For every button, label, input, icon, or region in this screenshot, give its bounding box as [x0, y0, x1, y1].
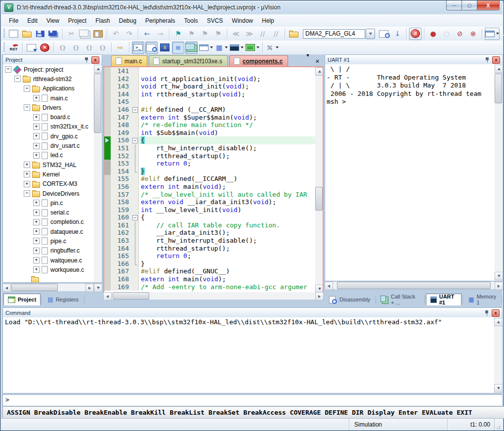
tree-item-workqueue-c[interactable]: +workqueue.c [3, 265, 94, 274]
reset-cpu-button[interactable]: RST [7, 42, 20, 54]
expand-icon[interactable]: + [33, 228, 40, 235]
command-input[interactable]: > [2, 394, 503, 406]
fold-collapse-icon[interactable] [132, 214, 139, 221]
watch-window-dropdown[interactable] [199, 42, 213, 54]
kill-all-breakpoints-button[interactable]: ⊗ [467, 28, 479, 40]
menu-tools[interactable]: Tools [180, 15, 203, 26]
pin-icon[interactable] [84, 57, 89, 63]
code-line-146[interactable]: 146#if defined (__CC_ARM) [104, 106, 315, 114]
fold-collapse-icon[interactable] [132, 106, 139, 114]
document-tab-main-c[interactable]: main.c [111, 55, 147, 66]
tab-project[interactable]: Project [3, 294, 41, 305]
tab-list-dropdown-icon[interactable] [306, 57, 309, 66]
prev-bookmark-button[interactable]: ⚑ [185, 28, 198, 40]
tree-item[interactable] [3, 275, 94, 282]
scroll-right-icon[interactable] [85, 284, 94, 292]
uncomment-button[interactable]: // [270, 28, 282, 40]
code-line-148[interactable]: 148/* re-define main function */ [104, 121, 315, 129]
tree-item-serial-c[interactable]: +serial.c [3, 208, 94, 217]
cut-button[interactable]: ✂ [65, 28, 78, 40]
undo-button[interactable]: ↶ [110, 28, 122, 40]
disable-all-breakpoints-button[interactable]: ⊘ [454, 28, 466, 40]
expand-icon[interactable]: + [33, 238, 40, 244]
navigate-forward-button[interactable]: → [154, 28, 167, 40]
tab-disassembly[interactable]: Disassembly [325, 294, 375, 305]
code-line-152[interactable]: 152 rtthread_startup(); [104, 152, 315, 160]
code-line-161[interactable]: 161 // call IAR table copy function. [104, 221, 315, 229]
incremental-find-button[interactable]: ↓ [391, 28, 404, 40]
command-button-define[interactable]: DEFINE [323, 409, 350, 416]
tree-item-drivers[interactable]: −Drivers [3, 103, 94, 112]
find-button[interactable] [378, 28, 390, 40]
tree-item-stm32-hal[interactable]: +STM32_HAL [3, 160, 94, 170]
expand-icon[interactable]: + [33, 257, 40, 263]
resize-grip[interactable] [494, 419, 503, 431]
toolbar-grip[interactable] [3, 43, 5, 52]
code-line-143[interactable]: 143void rt_hw_board_init(void); [104, 83, 315, 90]
menu-debug[interactable]: Debug [115, 15, 141, 26]
code-line-149[interactable]: 149int $Sub$$main(void) [104, 129, 315, 137]
indent-button[interactable]: ≫ [243, 28, 255, 40]
menu-edit[interactable]: Edit [23, 15, 42, 26]
code-line-145[interactable]: 145 [104, 98, 315, 106]
symbol-window-button[interactable]: S [159, 42, 171, 54]
pin-icon[interactable] [485, 310, 489, 316]
tree-item-rtthread-stm32[interactable]: −rtthread-stm32 [3, 74, 94, 84]
code-line-153[interactable]: 153 return 0; [104, 160, 315, 168]
combo-dropdown-icon[interactable] [366, 29, 375, 39]
command-button-exit[interactable]: EXIT [455, 409, 474, 416]
scroll-down-icon[interactable] [494, 384, 503, 392]
scroll-right-icon[interactable] [315, 292, 324, 301]
expand-icon[interactable]: + [33, 200, 40, 206]
menu-view[interactable]: View [42, 15, 64, 26]
collapse-icon[interactable]: − [24, 104, 30, 111]
code-line-157[interactable]: 157/* __low_level_init will auto called … [104, 191, 315, 199]
command-button-coverage[interactable]: COVERAGE [288, 409, 323, 416]
code-line-166[interactable]: 166} [104, 260, 315, 268]
find-in-files-button[interactable] [288, 28, 300, 40]
menu-project[interactable]: Project [64, 15, 91, 26]
tree-item-dataqueue-c[interactable]: +dataqueue.c [3, 227, 94, 236]
command-button-breaklist[interactable]: BreakList [168, 409, 206, 416]
comment-button[interactable]: // [256, 28, 269, 40]
enable-disable-breakpoint-button[interactable]: ○ [440, 28, 453, 40]
command-button-breakset[interactable]: BreakSet [207, 409, 242, 416]
command-button-breakdisable[interactable]: BreakDisable [32, 409, 83, 416]
command-button-breakenable[interactable]: BreakEnable [83, 409, 129, 416]
navigate-back-button[interactable]: ← [141, 28, 153, 40]
paste-button[interactable] [92, 28, 104, 40]
expand-icon[interactable]: + [33, 124, 40, 130]
command-button-enter[interactable]: Enter [396, 409, 420, 416]
tree-item-cortex-m3[interactable]: +CORTEX-M3 [3, 179, 94, 189]
tree-item-completion-c[interactable]: +completion.c [3, 217, 94, 227]
redo-button[interactable]: ↷ [123, 28, 135, 40]
command-button-dir[interactable]: DIR [350, 409, 365, 416]
code-line-164[interactable]: 164 rtthread_startup(); [104, 245, 315, 253]
disassembly-window-button[interactable] [145, 42, 158, 54]
step-into-button[interactable]: {} [56, 42, 69, 54]
configure-button[interactable] [501, 28, 504, 40]
menu-flash[interactable]: Flash [91, 15, 114, 26]
code-line-156[interactable]: 156extern int main(void); [104, 183, 315, 191]
toggle-bookmark-button[interactable]: ⚑ [172, 28, 184, 40]
tree-item-devicedrivers[interactable]: −DeviceDrivers [3, 189, 94, 198]
collapse-icon[interactable]: − [24, 86, 30, 92]
menu-svcs[interactable]: SVCS [203, 15, 228, 26]
tree-item-main-c[interactable]: +main.c [3, 93, 94, 103]
scroll-up-icon[interactable] [94, 65, 102, 73]
tab-call-stack-[interactable]: Call Stack + ... [377, 294, 423, 305]
expand-icon[interactable]: + [33, 95, 40, 101]
expand-icon[interactable]: + [24, 171, 30, 177]
minimize-button[interactable]: — [446, 0, 462, 10]
step-out-button[interactable]: {} [83, 42, 95, 54]
editor-hscrollbar[interactable] [103, 292, 324, 300]
command-button-display[interactable]: Display [366, 409, 397, 416]
command-button-breakkill[interactable]: BreakKill [129, 409, 168, 416]
uart-vscrollbar[interactable] [495, 65, 502, 280]
editor-vscrollbar[interactable] [315, 67, 323, 293]
copy-button[interactable] [79, 28, 91, 40]
command-vscrollbar[interactable] [494, 318, 502, 392]
scroll-left-icon[interactable] [2, 284, 11, 292]
scroll-up-icon[interactable] [315, 67, 324, 76]
serial-window-dropdown[interactable] [229, 42, 244, 54]
